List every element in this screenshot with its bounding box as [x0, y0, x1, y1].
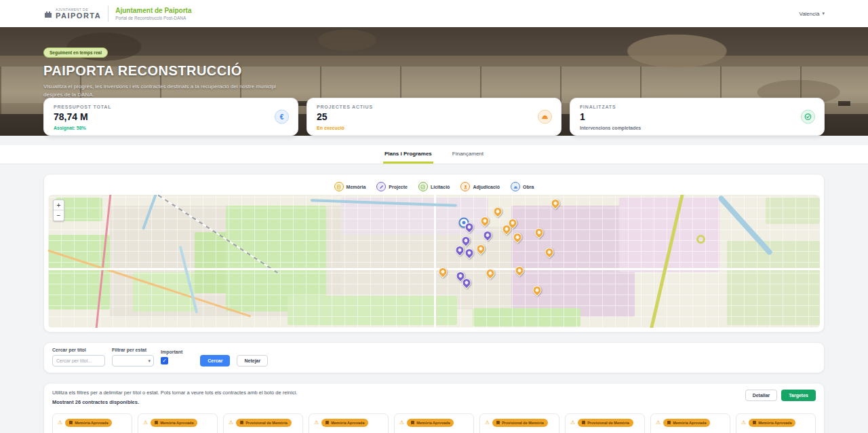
stat-note: Assignat: 58%: [54, 126, 288, 130]
map-marker-projecte[interactable]: [465, 248, 474, 257]
map-zoom-control: + −: [53, 200, 64, 221]
tab-finançament[interactable]: Finançament: [451, 151, 485, 164]
stat-value: 1: [580, 111, 814, 122]
contract-card[interactable]: ⚠ Provisional de Memòria REPARACIÓ DEL P…: [479, 413, 559, 433]
warning-icon: ⚠: [485, 420, 490, 426]
legend-item-obra: Obra: [511, 182, 534, 191]
detail-view-button[interactable]: Detallar: [745, 390, 778, 401]
memoria-icon: [334, 182, 344, 191]
map-legend: Memòria Projecte Licitació Adjudicació O…: [48, 178, 820, 195]
stats-row: PRESSUPOST TOTAL 78,74 M Assignat: 58% €…: [43, 98, 825, 136]
search-label: Cercar per títol: [52, 347, 105, 352]
stat-card-active-projects: PROJECTES ACTIUS 25 En execució: [307, 98, 561, 136]
stamp-icon: [460, 182, 470, 191]
warning-icon: ⚠: [570, 420, 575, 426]
cards-view-button[interactable]: Targetes: [781, 390, 816, 401]
state-select[interactable]: ▾: [112, 355, 154, 366]
map-marker-projecte[interactable]: [462, 278, 471, 287]
contract-card[interactable]: ⚠ Memòria Aprovada REPARACIÓ DEL SECTOR …: [736, 413, 816, 433]
contracts-help-text: Utilitza els filtres per a delimitar per…: [52, 390, 297, 396]
contract-card[interactable]: ⚠ Memòria Aprovada REPARACIÓ CAMÍ VELL D…: [52, 413, 132, 433]
zoom-out-button[interactable]: −: [54, 210, 64, 221]
stat-card-finished: FINALITZATS 1 Intervencions completades: [570, 98, 825, 136]
language-selector[interactable]: Valencià ▾: [799, 11, 825, 17]
map-marker-memoria[interactable]: [515, 266, 524, 275]
map-marker-memoria[interactable]: [513, 233, 521, 242]
contract-card[interactable]: ⚠ Memòria Aprovada REPARACIÓ DEL VIVER D…: [138, 413, 218, 433]
legend-item-projecte: Projecte: [376, 182, 408, 191]
map-marker-memoria[interactable]: [477, 244, 486, 253]
warning-icon: ⚠: [399, 420, 404, 426]
stat-card-budget: PRESSUPOST TOTAL 78,74 M Assignat: 58% €: [43, 98, 298, 136]
map-panel: Memòria Projecte Licitació Adjudicació O…: [43, 174, 825, 333]
tab-plans-i-programes[interactable]: Plans i Programes: [383, 151, 433, 164]
castle-icon: [43, 9, 53, 18]
map-marker-projecte[interactable]: [465, 223, 474, 231]
main-tabs: Plans i Programes Finançament: [0, 145, 868, 164]
contract-card[interactable]: ⚠ Memòria Aprovada REPARACIÓ DELS HORTS …: [650, 413, 730, 433]
language-label: Valencià: [799, 11, 819, 17]
top-header: AJUNTAMENT DE PAIPORTA Ajuntament de Pai…: [0, 0, 868, 27]
stat-note: En execució: [317, 126, 551, 130]
contracts-grid: ⚠ Memòria Aprovada REPARACIÓ CAMÍ VELL D…: [52, 413, 816, 433]
document-icon: [411, 421, 414, 426]
map-marker-memoria[interactable]: [545, 248, 553, 257]
legend-item-licitacio: Licitació: [418, 182, 450, 191]
contract-status-badge: Memòria Aprovada: [407, 419, 454, 427]
zoom-in-button[interactable]: +: [54, 200, 64, 210]
contracts-count: Mostrant 26 contractes disponibles.: [52, 399, 297, 405]
live-tracking-badge: Seguiment en temps real: [43, 48, 108, 58]
contract-status-badge: Provisional de Memòria: [578, 419, 633, 427]
contract-card[interactable]: ⚠ Memòria Aprovada REPARACIÓ DEL LOCAL D…: [309, 413, 389, 433]
contract-card[interactable]: ⚠ Provisional de Memòria REPARACIÓ DEL P…: [565, 413, 645, 433]
document-icon: [69, 421, 73, 426]
state-filter-label: Filtrar per estat: [112, 347, 154, 352]
clipboard-check-icon: [418, 182, 428, 191]
map-marker-memoria[interactable]: [533, 286, 542, 295]
document-icon: [155, 421, 158, 426]
document-icon: [667, 421, 671, 426]
map-marker-memoria[interactable]: [534, 228, 543, 237]
map-marker-memoria[interactable]: [438, 267, 447, 276]
site-title: Ajuntament de Paiporta: [115, 7, 191, 14]
map-marker-projecte[interactable]: [483, 231, 492, 240]
warning-icon: ⚠: [741, 420, 746, 426]
warning-icon: ⚠: [229, 420, 233, 426]
map-canvas[interactable]: + −: [48, 195, 820, 328]
document-icon: [326, 421, 329, 426]
contract-status-badge: Memòria Aprovada: [65, 419, 112, 427]
map-marker-memoria[interactable]: [502, 225, 511, 233]
legend-item-adjudicacio: Adjudicació: [460, 182, 500, 191]
important-label: Important: [161, 350, 182, 354]
euro-icon: €: [275, 110, 289, 124]
map-marker-memoria[interactable]: [494, 207, 502, 216]
search-button[interactable]: Cercar: [200, 355, 230, 366]
map-marker-memoria[interactable]: [486, 269, 495, 278]
contract-status-badge: Provisional de Memòria: [236, 419, 292, 427]
contract-status-badge: Memòria Aprovada: [321, 419, 368, 427]
contract-status-badge: Memòria Aprovada: [663, 419, 710, 427]
search-input[interactable]: [52, 355, 105, 366]
document-icon: [582, 421, 585, 426]
map-marker-memoria[interactable]: [481, 216, 490, 225]
contracts-count-number: 26: [75, 399, 81, 405]
contract-card[interactable]: ⚠ Memòria Aprovada REPARACIÓ DE L'EDIFIC…: [394, 413, 474, 433]
chevron-down-icon: ▾: [148, 358, 151, 364]
map-marker-projecte[interactable]: [455, 246, 464, 255]
warning-icon: ⚠: [143, 420, 148, 426]
clear-button[interactable]: Netejar: [237, 355, 268, 366]
document-icon: [496, 421, 500, 426]
contract-card[interactable]: ⚠ Provisional de Memòria REPARACIÓ POLÍG…: [223, 413, 303, 433]
hardhat-icon: [511, 182, 520, 191]
brand: AJUNTAMENT DE PAIPORTA Ajuntament de Pai…: [43, 5, 191, 22]
stat-value: 78,74 M: [54, 111, 288, 122]
logo-big-text: PAIPORTA: [56, 12, 101, 20]
site-subtitle: Portal de Reconstrucció Post-DANA: [115, 16, 191, 20]
paiporta-logo[interactable]: AJUNTAMENT DE PAIPORTA: [43, 7, 101, 20]
important-checkbox[interactable]: ✓: [161, 357, 168, 364]
stat-label: PRESSUPOST TOTAL: [54, 105, 288, 109]
chevron-down-icon: ▾: [822, 11, 825, 16]
stat-note: Intervencions completades: [580, 126, 814, 130]
map-marker-projecte[interactable]: [461, 236, 470, 245]
map-marker-memoria[interactable]: [551, 199, 559, 208]
